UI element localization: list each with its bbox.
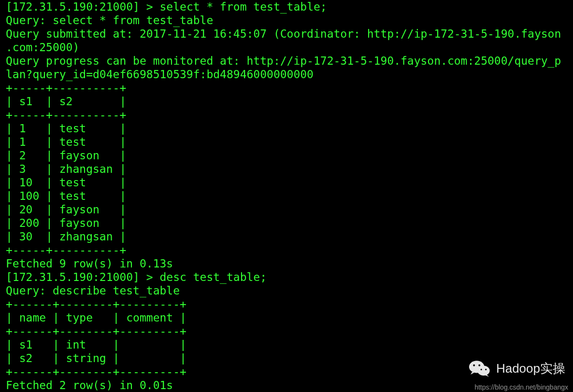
table1-border-mid: +-----+----------+ xyxy=(6,109,126,121)
fetched-2: Fetched 2 row(s) in 0.01s xyxy=(6,379,173,392)
table2-border-mid: +------+--------+---------+ xyxy=(6,325,186,337)
query-echo-2: Query: describe test_table xyxy=(6,284,180,297)
svg-point-5 xyxy=(485,369,487,370)
svg-point-4 xyxy=(481,369,482,370)
prompt-host-2: [172.31.5.190:21000] xyxy=(6,271,140,283)
table1-rows: | 1 | test | | 1 | test | | 2 | fayson |… xyxy=(6,122,126,243)
terminal-output[interactable]: [172.31.5.190:21000] > select * from tes… xyxy=(0,0,573,392)
wechat-icon xyxy=(468,359,491,378)
command-2: desc test_table; xyxy=(160,271,267,283)
query-submitted-1: Query submitted at: 2017-11-21 16:45:07 … xyxy=(6,28,561,54)
svg-point-3 xyxy=(478,364,480,366)
fetched-1: Fetched 9 row(s) in 0.13s xyxy=(6,257,173,270)
table2-border-bot: +------+--------+---------+ xyxy=(6,365,186,378)
attribution-url: https://blog.csdn.net/bingbangx xyxy=(474,383,568,391)
command-1: select * from test_table; xyxy=(160,0,327,13)
table1-border-bot: +-----+----------+ xyxy=(6,244,126,256)
svg-point-2 xyxy=(473,364,475,366)
watermark-text: Hadoop实操 xyxy=(496,360,565,377)
watermark: Hadoop实操 xyxy=(468,359,565,378)
table2-header: | name | type | comment | xyxy=(6,311,186,324)
prompt-sep-2: > xyxy=(140,271,160,283)
table2-border-top: +------+--------+---------+ xyxy=(6,298,186,310)
prompt-sep: > xyxy=(140,0,160,13)
table2-rows: | s1 | int | | | s2 | string | | xyxy=(6,338,186,364)
svg-point-1 xyxy=(477,365,489,376)
query-echo-1: Query: select * from test_table xyxy=(6,14,213,27)
table1-header: | s1 | s2 | xyxy=(6,95,126,108)
query-progress-1: Query progress can be monitored at: http… xyxy=(6,55,561,81)
table1-border-top: +-----+----------+ xyxy=(6,82,126,94)
prompt-host: [172.31.5.190:21000] xyxy=(6,0,140,13)
